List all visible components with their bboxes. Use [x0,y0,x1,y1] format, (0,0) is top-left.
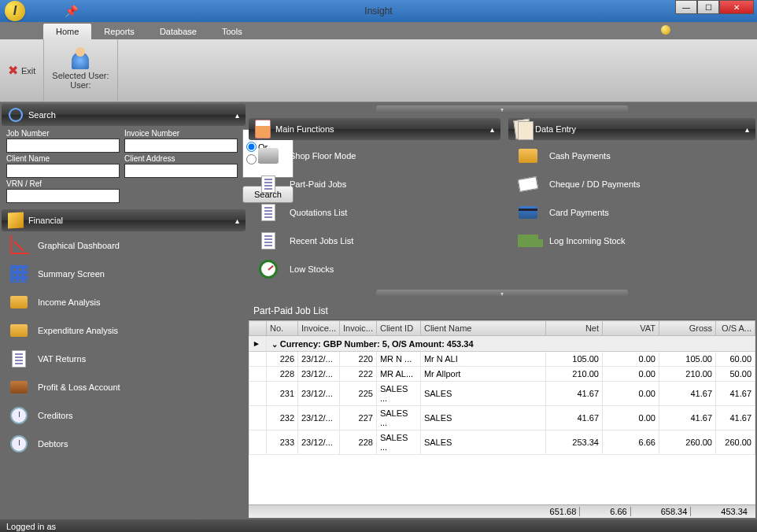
financial-item-debtors[interactable]: Debtors [2,430,246,458]
col-expand[interactable] [249,321,267,336]
table-group-row[interactable]: ▸⌄ Currency: GBP Number: 5, O/S Amount: … [249,336,755,352]
window-title: Insight [364,6,392,17]
client-name-input[interactable] [6,164,120,178]
financial-item-summary[interactable]: Summary Screen [2,260,246,288]
invoice-number-input[interactable] [124,139,238,153]
data-entry-label: Data Entry [535,124,576,134]
notification-dot-icon[interactable] [661,25,670,35]
financial-item-creditors[interactable]: Creditors [2,401,246,430]
client-name-label: Client Name [6,154,120,163]
part-paid-table: No. Invoice... Invoic... Client ID Clien… [249,320,755,455]
minimize-button[interactable]: — [675,0,697,14]
table-row[interactable]: 22823/12/...222MR AL...Mr Allport210.000… [249,367,755,382]
maximize-button[interactable]: ☐ [697,0,719,14]
tab-tools[interactable]: Tools [209,24,255,39]
tab-reports[interactable]: Reports [91,24,147,39]
table-row[interactable]: 23223/12/...227SALES ...SALES41.670.0041… [249,406,755,430]
clock-icon [9,434,28,453]
table-footer: 651.68 6.66 658.34 453.34 [249,504,755,518]
search-icon [8,107,24,123]
client-address-input[interactable] [124,164,238,178]
calendar-icon [255,121,271,137]
splitter-mid[interactable]: ▾ [376,290,628,297]
search-panel-header[interactable]: Search ▴ [2,104,246,126]
financial-item-vat[interactable]: VAT Returns [2,345,246,373]
selected-user-label: Selected User: [52,71,109,80]
data-entry-panel: Data Entry ▴ Cash Payments Cheque / DD P… [508,118,755,285]
splitter-top[interactable]: ▾ [376,105,628,113]
job-number-label: Job Number [6,129,120,138]
window-controls: — ☐ ✕ [675,0,754,14]
financial-icon [8,212,24,228]
exit-button[interactable]: ✖ Exit [0,39,44,102]
status-text: Logged in as [6,522,56,531]
table-row[interactable]: 22623/12/...220MR N ...Mr N ALI105.000.0… [249,352,755,367]
group-label: Currency: GBP Number: 5, O/S Amount: 453… [280,339,474,349]
col-no[interactable]: No. [267,321,298,336]
col-net[interactable]: Net [546,321,603,336]
de-card-payments[interactable]: Card Payments [508,198,755,227]
invoice-number-label: Invoice Number [124,129,238,138]
main-functions-list: Shop Floor Mode Part-Paid Jobs Quotation… [249,140,500,285]
card-icon [518,202,538,223]
table-header-row: No. Invoice... Invoic... Client ID Clien… [249,321,755,336]
col-invoice-date[interactable]: Invoice... [298,321,340,336]
ribbon: ✖ Exit Selected User: User: [0,39,757,102]
job-number-input[interactable] [6,139,120,153]
selected-user-dropdown[interactable]: Selected User: User: [44,39,117,102]
de-log-stock[interactable]: Log Incoming Stock [508,227,755,255]
document-icon [258,202,279,223]
col-gross[interactable]: Gross [659,321,716,336]
main-functions-header[interactable]: Main Functions ▴ [249,118,500,140]
data-entry-header[interactable]: Data Entry ▴ [508,118,755,140]
vrn-ref-input[interactable] [6,189,120,203]
stack-icon [515,121,530,137]
search-panel: Search ▴ Job Number Invoice Number Or An… [2,104,246,206]
func-shop-floor[interactable]: Shop Floor Mode [249,142,500,170]
data-entry-list: Cash Payments Cheque / DD Payments Card … [508,140,755,257]
financial-item-income[interactable]: Income Analysis [2,288,246,316]
table-row[interactable]: 23323/12/...228SALES ...SALES253.346.662… [249,430,755,455]
status-bar: Logged in as [0,519,757,532]
footer-os: 453.34 [721,507,751,516]
financial-item-expenditure[interactable]: Expenditure Analysis [2,316,246,345]
col-vat[interactable]: VAT [603,321,659,336]
top-panels-row: Main Functions ▴ Shop Floor Mode Part-Pa… [249,118,755,285]
func-recent-jobs[interactable]: Recent Jobs List [249,227,500,255]
chevron-up-icon: ▴ [745,125,749,134]
col-os[interactable]: O/S A... [716,321,755,336]
de-cheque-payments[interactable]: Cheque / DD Payments [508,170,755,198]
tab-home[interactable]: Home [43,24,91,39]
financial-item-profitloss[interactable]: Profit & Loss Account [2,373,246,401]
chevron-up-icon: ▴ [235,216,239,225]
col-client-name[interactable]: Client Name [420,321,545,336]
de-cash-payments[interactable]: Cash Payments [508,142,755,170]
right-area: ▾ Main Functions ▴ Shop Floor Mode Part-… [249,104,755,518]
app-orb-icon[interactable]: I [5,1,25,21]
func-low-stocks[interactable]: Low Stocks [249,255,500,283]
chevron-up-icon: ▴ [490,125,494,134]
cash-icon [518,146,538,166]
main-area: Search ▴ Job Number Invoice Number Or An… [0,102,757,519]
financial-panel-header[interactable]: Financial ▴ [2,209,246,231]
financial-item-dashboard[interactable]: Graphical Dashboard [2,231,246,260]
search-body: Job Number Invoice Number Or And Client … [2,126,246,206]
func-quotations[interactable]: Quotations List [249,198,500,227]
folder-icon [9,293,28,312]
pin-icon[interactable]: 📌 [65,5,78,17]
vrn-ref-label: VRN / Ref [6,179,120,188]
close-button[interactable]: ✕ [719,0,754,14]
footer-gross: 658.34 [661,507,692,516]
table-row[interactable]: 23123/12/...225SALES ...SALES41.670.0041… [249,382,755,406]
tab-database[interactable]: Database [147,24,209,39]
func-part-paid[interactable]: Part-Paid Jobs [249,170,500,198]
main-functions-panel: Main Functions ▴ Shop Floor Mode Part-Pa… [249,118,500,285]
col-invoice-no[interactable]: Invoic... [340,321,377,336]
table-grid[interactable]: No. Invoice... Invoic... Client ID Clien… [249,320,755,504]
group-expand-icon[interactable]: ▸ [249,336,267,352]
exit-icon: ✖ [8,63,18,78]
cheque-icon [518,174,538,194]
col-client-id[interactable]: Client ID [376,321,420,336]
truck-icon [518,231,538,251]
financial-list: Graphical Dashboard Summary Screen Incom… [2,231,246,458]
